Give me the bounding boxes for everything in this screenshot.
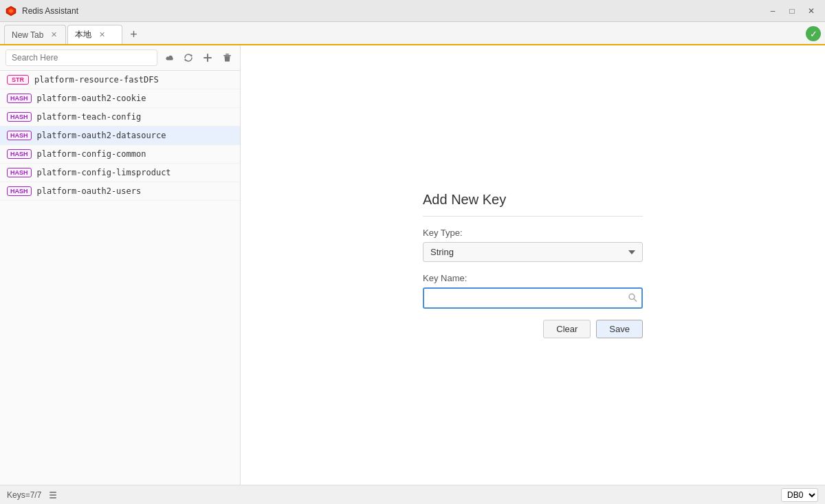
key-name-input[interactable] bbox=[423, 287, 643, 309]
delete-key-icon[interactable] bbox=[219, 50, 234, 65]
keys-count: Keys=7/7 bbox=[7, 490, 41, 500]
tab-new-tab[interactable]: New Tab ✕ bbox=[4, 25, 66, 44]
content-area: Add New Key Key Type: String Hash List S… bbox=[241, 45, 825, 485]
key-name-search-icon bbox=[628, 292, 637, 304]
key-type-badge: HASH bbox=[7, 112, 32, 122]
key-list-item[interactable]: HASHplatform-oauth2-datasource bbox=[0, 127, 240, 145]
key-type-badge: STR bbox=[7, 75, 29, 85]
key-list-item[interactable]: HASHplatform-oauth2-cookie bbox=[0, 89, 240, 108]
add-key-icon[interactable] bbox=[200, 50, 215, 65]
window-controls: – □ ✕ bbox=[764, 4, 820, 18]
key-name-text: platform-oauth2-datasource bbox=[37, 131, 166, 140]
key-type-label: Key Type: bbox=[423, 228, 643, 238]
key-type-badge: HASH bbox=[7, 149, 32, 159]
clear-button[interactable]: Clear bbox=[543, 320, 591, 338]
key-type-badge: HASH bbox=[7, 94, 32, 103]
tab-close-new-tab[interactable]: ✕ bbox=[49, 30, 58, 40]
key-name-text: platform-resource-fastDFS bbox=[34, 75, 159, 85]
tab-label: New Tab bbox=[12, 30, 43, 40]
key-name-text: platform-oauth2-cookie bbox=[37, 94, 146, 103]
title-bar: Redis Assistant – □ ✕ bbox=[0, 0, 825, 22]
svg-rect-4 bbox=[204, 57, 212, 58]
key-type-badge: HASH bbox=[7, 186, 32, 196]
close-button[interactable]: ✕ bbox=[803, 4, 820, 18]
refresh-icon[interactable] bbox=[181, 50, 196, 65]
sidebar: STRplatform-resource-fastDFSHASHplatform… bbox=[0, 45, 241, 485]
cloud-icon[interactable] bbox=[162, 50, 177, 65]
key-list-item[interactable]: HASHplatform-config-common bbox=[0, 145, 240, 164]
key-name-input-wrapper bbox=[423, 287, 643, 309]
app-icon bbox=[6, 6, 16, 17]
key-name-text: platform-config-limsproduct bbox=[37, 168, 171, 177]
connection-status-icon: ✓ bbox=[806, 26, 821, 41]
add-key-panel: Add New Key Key Type: String Hash List S… bbox=[423, 192, 643, 338]
form-buttons: Clear Save bbox=[423, 320, 643, 338]
tab-label-local: 本地 bbox=[75, 29, 91, 41]
svg-point-7 bbox=[629, 294, 635, 299]
tab-bar: New Tab ✕ 本地 ✕ + ✓ bbox=[0, 22, 825, 45]
key-list-item[interactable]: HASHplatform-config-limsproduct bbox=[0, 164, 240, 182]
app-title: Redis Assistant bbox=[22, 6, 759, 16]
key-list-item[interactable]: HASHplatform-oauth2-users bbox=[0, 182, 240, 201]
key-name-label: Key Name: bbox=[423, 273, 643, 283]
maximize-button[interactable]: □ bbox=[784, 4, 800, 18]
svg-rect-6 bbox=[226, 54, 229, 55]
svg-line-8 bbox=[634, 298, 637, 301]
db-selector-wrapper: DB0 DB1 DB2 DB3 DB4 DB5 DB6 DB7 bbox=[781, 488, 818, 502]
tab-local[interactable]: 本地 ✕ bbox=[67, 25, 122, 44]
key-list-item[interactable]: HASHplatform-teach-config bbox=[0, 108, 240, 127]
key-type-badge: HASH bbox=[7, 168, 32, 177]
svg-rect-10 bbox=[50, 494, 56, 496]
svg-rect-9 bbox=[50, 492, 56, 493]
minimize-button[interactable]: – bbox=[764, 4, 781, 18]
key-name-text: platform-config-common bbox=[37, 149, 146, 159]
search-input[interactable] bbox=[6, 50, 157, 66]
key-list-item[interactable]: STRplatform-resource-fastDFS bbox=[0, 71, 240, 89]
key-name-text: platform-oauth2-users bbox=[37, 186, 142, 196]
search-bar bbox=[0, 45, 240, 71]
tab-add-button[interactable]: + bbox=[124, 25, 143, 44]
key-name-text: platform-teach-config bbox=[37, 112, 142, 122]
db-selector[interactable]: DB0 DB1 DB2 DB3 DB4 DB5 DB6 DB7 bbox=[781, 488, 818, 502]
key-name-group: Key Name: bbox=[423, 273, 643, 309]
save-button[interactable]: Save bbox=[596, 320, 643, 338]
status-icon bbox=[48, 490, 58, 500]
key-type-select[interactable]: String Hash List Set ZSet bbox=[423, 242, 643, 262]
tab-close-local[interactable]: ✕ bbox=[97, 30, 107, 40]
svg-rect-5 bbox=[223, 55, 231, 56]
add-key-title: Add New Key bbox=[423, 192, 643, 217]
tab-bar-right: ✓ bbox=[806, 26, 821, 44]
key-type-badge: HASH bbox=[7, 131, 32, 140]
key-type-group: Key Type: String Hash List Set ZSet bbox=[423, 228, 643, 262]
key-list: STRplatform-resource-fastDFSHASHplatform… bbox=[0, 71, 240, 485]
main-layout: STRplatform-resource-fastDFSHASHplatform… bbox=[0, 45, 825, 485]
status-bar: Keys=7/7 DB0 DB1 DB2 DB3 DB4 DB5 DB6 DB7 bbox=[0, 485, 825, 504]
svg-rect-11 bbox=[50, 497, 56, 498]
